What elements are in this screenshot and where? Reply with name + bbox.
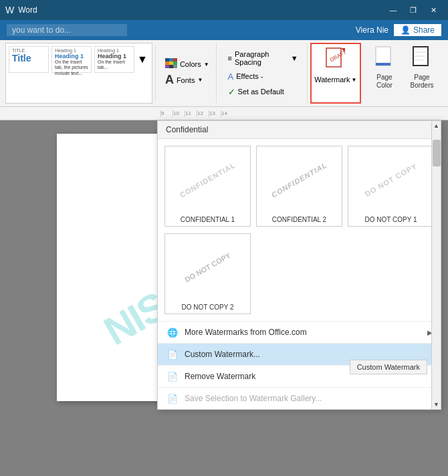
watermark-confidential2-preview: CONFIDENTIAL [246,130,353,230]
page-borders-label: Page Borders [410,74,433,90]
fonts-arrow-icon: ▼ [197,77,203,83]
svg-rect-4 [376,63,390,66]
paragraph-spacing-arrow: ▼ [291,54,298,62]
dropdown-panel: Confidential CONFIDENTIAL CONFIDENTIAL 1… [157,120,441,410]
watermark-donotcopy2-preview-wrap: DO NOT COPY [165,234,250,301]
save-to-gallery-label: Save Selection to Watermark Gallery... [185,394,322,403]
paragraph-group-items: ≡ Paragraph Spacing ▼ A Effects - ✓ Set … [223,43,303,104]
scroll-thumb[interactable] [433,140,441,166]
colors-arrow-icon: ▼ [204,62,209,68]
ruler-mark-11: 11 [185,110,197,117]
word-icon: W [5,5,14,15]
style-title[interactable]: TITLE Title [9,46,49,73]
share-button[interactable]: 👤 Share [394,24,441,36]
page-color-icon [374,45,395,74]
color-block-gray [173,65,177,68]
svg-rect-3 [376,47,390,66]
colors-label: Colors [180,60,201,68]
remove-watermark-label: Remove Watermark [185,372,255,381]
page-color-button[interactable]: Page Color [368,45,401,90]
watermark-confidential1-preview: CONFIDENTIAL [154,130,261,230]
watermark-donotcopy1[interactable]: DO NOT COPY DO NOT COPY 1 [348,146,434,227]
fonts-button[interactable]: A Fonts ▼ [162,72,212,88]
watermark-grid-row2: DO NOT COPY DO NOT COPY 2 [158,233,441,321]
style-title-label: TITLE [12,48,25,53]
ruler: 9 10 11 12 13 14 [0,107,448,120]
scroll-down-arrow[interactable]: ▼ [432,400,441,409]
page-borders-button[interactable]: Page Borders [405,45,439,90]
user-name: Viera Nie [356,25,388,35]
remove-watermark-icon: 📄 [166,370,179,383]
style-gallery: TITLE Title Heading 1 Heading 1 On the I… [5,43,152,104]
save-to-gallery-icon: 📄 [166,392,179,405]
search-input[interactable] [7,24,127,36]
style-heading1[interactable]: Heading 1 Heading 1 On the Insert tab, t… [51,46,92,73]
watermark-group[interactable]: DRAFT Watermark ▼ [310,43,361,104]
dropdown-scrollbar[interactable]: ▲ ▼ [431,121,441,409]
ruler-mark-10: 10 [173,110,185,117]
custom-watermark-button[interactable]: Custom Watermark [350,360,427,374]
page-group: Page Color Page Borders [364,43,443,104]
scroll-up-arrow[interactable]: ▲ [432,121,441,130]
main-area: NISABAMEDIA Confidential CONFIDENTIAL CO… [0,120,448,476]
ruler-mark-12: 12 [197,110,209,117]
colors-fonts-items: Colors ▼ A Fonts ▼ [162,43,212,102]
window-controls: — ❐ ✕ [384,3,443,17]
check-icon: ✓ [228,87,235,97]
colors-button[interactable]: Colors ▼ [162,57,212,71]
custom-watermark-label: Custom Watermark... [185,350,260,359]
watermark-donotcopy2[interactable]: DO NOT COPY DO NOT COPY 2 [164,233,251,314]
effects-button[interactable]: A Effects - [223,70,303,84]
search-bar: Viera Nie 👤 Share [0,20,448,40]
colors-swatch [165,58,177,70]
share-icon: 👤 [401,25,411,35]
more-watermarks-item[interactable]: 🌐 More Watermarks from Office.com ▶ [158,321,441,343]
style-heading2[interactable]: Heading 1 Heading 1 On the Insert tab... [94,46,134,73]
watermark-donotcopy2-label: DO NOT COPY 2 [181,301,235,314]
app-title: Word [18,5,384,15]
minimize-button[interactable]: — [384,3,403,17]
effects-icon: A [228,72,234,82]
page-borders-icon [412,45,432,74]
share-label: Share [413,25,435,35]
watermark-donotcopy1-preview: DO NOT COPY [338,130,445,230]
paragraph-spacing-icon: ≡ [228,54,232,62]
gallery-scroll[interactable]: ▼ [137,46,148,73]
ruler-mark-9: 9 [160,110,173,117]
style-heading2-label: Heading 1 [98,48,119,53]
more-watermarks-label: More Watermarks from Office.com [185,328,307,337]
watermark-confidential1[interactable]: CONFIDENTIAL CONFIDENTIAL 1 [164,146,251,227]
watermark-label-row: Watermark ▼ [314,76,356,84]
set-default-label: Set as Default [238,88,284,96]
watermark-label: Watermark [314,76,350,84]
style-heading1-label: Heading 1 [55,48,76,53]
colors-fonts-group: Colors ▼ A Fonts ▼ [158,43,217,104]
style-heading2-body: On the Insert tab... [98,60,131,71]
paragraph-spacing-label: Paragraph Spacing [235,50,288,66]
ruler-mark-13: 13 [209,110,221,117]
save-to-gallery-item: 📄 Save Selection to Watermark Gallery... [158,387,441,409]
effects-label: Effects - [236,72,263,80]
watermark-confidential2[interactable]: CONFIDENTIAL CONFIDENTIAL 2 [256,146,342,227]
more-watermarks-icon: 🌐 [166,326,179,339]
restore-button[interactable]: ❐ [404,3,423,17]
custom-watermark-icon: 📄 [166,348,179,361]
color-row3 [165,65,177,68]
style-title-preview: Title [12,53,31,64]
ruler-mark-14: 14 [221,110,233,117]
watermark-arrow-icon: ▼ [352,77,357,83]
user-info: Viera Nie 👤 Share [356,24,441,36]
watermark-grid-row1: CONFIDENTIAL CONFIDENTIAL 1 CONFIDENTIAL… [158,139,441,233]
close-button[interactable]: ✕ [424,3,443,17]
ribbon: TITLE Title Heading 1 Heading 1 On the I… [0,40,448,107]
set-default-button[interactable]: ✓ Set as Default [223,85,303,99]
ruler-marks: 9 10 11 12 13 14 [160,110,233,117]
paragraph-spacing-button[interactable]: ≡ Paragraph Spacing ▼ [223,48,303,68]
page-color-label: Page Color [376,74,393,90]
scroll-track [432,176,441,400]
style-gallery-row1: TITLE Title Heading 1 Heading 1 On the I… [9,46,149,73]
watermark-icon: DRAFT [324,47,348,76]
separator1 [155,45,156,101]
style-heading1-body: On the Insert tab, the pictures include … [55,60,88,76]
fonts-icon: A [165,73,174,87]
